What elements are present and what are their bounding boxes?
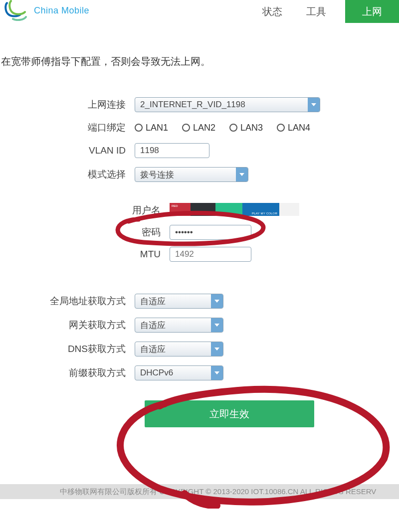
connection-select-value: 2_INTERNET_R_VID_1198 bbox=[140, 100, 245, 110]
chevron-down-icon bbox=[308, 98, 320, 112]
radio-lan2[interactable]: LAN2 bbox=[182, 123, 215, 133]
brand: China Mobile bbox=[3, 0, 89, 21]
warning-text: 在宽带师傅指导下配置，否则会导致无法上网。 bbox=[0, 55, 399, 68]
nav-tabs: 状态 工具 上网 bbox=[257, 0, 399, 23]
mtu-input[interactable] bbox=[170, 247, 251, 262]
chevron-down-icon bbox=[211, 294, 223, 308]
username-obscured-icon bbox=[279, 203, 299, 216]
apply-button-label: 立即生效 bbox=[209, 407, 249, 421]
label-mode: 模式选择 bbox=[0, 168, 135, 181]
label-mtu: MTU bbox=[0, 249, 170, 260]
password-input[interactable] bbox=[170, 225, 251, 240]
apply-button[interactable]: 立即生效 bbox=[145, 400, 314, 427]
label-dns: DNS获取方式 bbox=[0, 343, 135, 355]
label-port-binding: 端口绑定 bbox=[0, 121, 135, 134]
tab-status[interactable]: 状态 bbox=[257, 0, 287, 23]
vlan-id-input[interactable] bbox=[135, 143, 209, 158]
radio-lan1[interactable]: LAN1 bbox=[135, 123, 168, 133]
prefix-select[interactable]: DHCPv6 bbox=[135, 365, 223, 380]
radio-lan4-label: LAN4 bbox=[288, 123, 310, 133]
label-gateway: 网关获取方式 bbox=[0, 319, 135, 332]
global-addr-select[interactable]: 自适应 bbox=[135, 294, 223, 309]
radio-icon bbox=[182, 124, 190, 132]
china-mobile-logo-icon bbox=[3, 0, 29, 21]
chevron-down-icon bbox=[211, 318, 223, 332]
label-global-addr: 全局地址获取方式 bbox=[0, 295, 135, 308]
mode-select[interactable]: 拨号连接 bbox=[135, 167, 248, 182]
brand-text: China Mobile bbox=[34, 5, 89, 16]
label-vlan-id: VLAN ID bbox=[0, 145, 135, 156]
label-prefix: 前缀获取方式 bbox=[0, 366, 135, 379]
dns-select[interactable]: 自适应 bbox=[135, 342, 223, 356]
username-field[interactable] bbox=[170, 203, 279, 216]
dns-value: 自适应 bbox=[140, 344, 166, 355]
global-addr-value: 自适应 bbox=[140, 296, 166, 307]
radio-lan3-label: LAN3 bbox=[240, 123, 263, 133]
chevron-down-icon bbox=[211, 366, 223, 380]
tab-tools[interactable]: 工具 bbox=[301, 0, 331, 23]
label-username: 用户名 bbox=[0, 204, 170, 217]
radio-lan3[interactable]: LAN3 bbox=[229, 123, 263, 133]
radio-icon bbox=[229, 124, 237, 132]
gateway-value: 自适应 bbox=[140, 320, 166, 331]
prefix-value: DHCPv6 bbox=[140, 368, 173, 378]
footer-copyright: 中移物联网有限公司版权所有 COPYRIGHT © 2013-2020 IOT.… bbox=[0, 484, 399, 499]
chevron-down-icon bbox=[236, 168, 248, 181]
radio-lan4[interactable]: LAN4 bbox=[277, 123, 310, 133]
radio-icon bbox=[277, 124, 285, 132]
radio-lan1-label: LAN1 bbox=[146, 123, 168, 133]
radio-lan2-label: LAN2 bbox=[193, 123, 215, 133]
mode-select-value: 拨号连接 bbox=[140, 169, 174, 180]
label-connection: 上网连接 bbox=[0, 98, 135, 111]
label-password: 密码 bbox=[0, 226, 170, 239]
radio-icon bbox=[135, 124, 143, 132]
chevron-down-icon bbox=[211, 342, 223, 356]
gateway-select[interactable]: 自适应 bbox=[135, 318, 223, 333]
tab-internet[interactable]: 上网 bbox=[345, 0, 399, 23]
connection-select[interactable]: 2_INTERNET_R_VID_1198 bbox=[135, 97, 320, 112]
